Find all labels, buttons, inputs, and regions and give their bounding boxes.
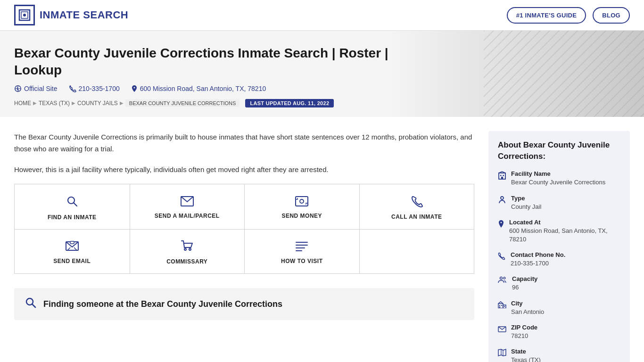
sidebar-location: Located At 600 Mission Road, San Antonio… [498, 219, 620, 244]
svg-rect-15 [70, 241, 74, 244]
sidebar-location-label: Located At [509, 219, 620, 226]
svg-point-32 [504, 277, 505, 279]
hero-address: 600 Mission Road, San Antonio, TX, 78210 [131, 85, 266, 92]
action-find-inmate-label: FIND AN INMATE [48, 214, 97, 221]
breadcrumb-sep-2: ▶ [72, 100, 75, 106]
action-commissary-label: COMMISSARY [166, 258, 207, 265]
blog-button[interactable]: BLOG [593, 7, 630, 24]
phone-icon [411, 195, 423, 209]
description-section: The Bexar County Juvenile Corrections is… [14, 131, 474, 176]
svg-point-7 [300, 199, 304, 203]
svg-rect-38 [504, 306, 505, 307]
mail-icon [181, 196, 194, 208]
sidebar-zip: ZIP Code 78210 [498, 324, 620, 340]
sidebar-phone-label: Contact Phone No. [511, 251, 565, 258]
svg-point-31 [500, 277, 503, 280]
action-send-money[interactable]: SEND MONEY [244, 184, 359, 229]
sidebar-card: About Bexar County Juvenile Corrections:… [488, 131, 630, 362]
money-icon [295, 196, 308, 208]
cart-icon [181, 240, 194, 254]
sidebar-city-label: City [511, 300, 544, 307]
people-icon [498, 276, 507, 286]
hero-address-text: 600 Mission Road, San Antonio, TX, 78210 [140, 85, 266, 92]
site-header: INMATE SEARCH #1 INMATE'S GUIDE BLOG [0, 0, 644, 31]
sidebar-facility-name-value: Bexar County Juvenile Corrections [511, 178, 605, 187]
svg-marker-40 [498, 349, 506, 356]
svg-rect-27 [501, 177, 503, 179]
guide-button[interactable]: #1 INMATE'S GUIDE [507, 7, 586, 24]
logo-icon [14, 5, 35, 25]
sidebar-phone: Contact Phone No. 210-335-1700 [498, 251, 620, 268]
logo-text: INMATE SEARCH [40, 9, 128, 21]
breadcrumb-sep-3: ▶ [120, 100, 124, 106]
official-site-link[interactable]: Official Site [14, 85, 58, 92]
svg-rect-37 [499, 306, 500, 308]
sidebar-state-value: Texas (TX) [511, 356, 541, 362]
main-content: The Bexar County Juvenile Corrections is… [14, 131, 474, 362]
building-icon [498, 171, 506, 182]
svg-rect-26 [503, 175, 504, 176]
svg-rect-6 [296, 197, 308, 206]
sidebar: About Bexar County Juvenile Corrections:… [488, 131, 630, 362]
sidebar-capacity: Capacity 96 [498, 275, 620, 292]
header-nav: #1 INMATE'S GUIDE BLOG [507, 7, 630, 24]
svg-rect-25 [500, 175, 502, 176]
svg-rect-33 [498, 304, 503, 308]
page-title: Bexar County Juvenile Corrections Inmate… [14, 45, 391, 79]
city-icon [498, 301, 506, 311]
svg-point-30 [501, 197, 504, 199]
sidebar-type-label: Type [511, 195, 541, 202]
breadcrumb-state[interactable]: TEXAS (TX) [39, 100, 70, 107]
action-grid-filler [359, 230, 474, 273]
breadcrumb-sep-1: ▶ [33, 100, 37, 106]
action-call-inmate-label: CALL AN INMATE [391, 214, 442, 220]
action-grid-row2: SEND EMAIL COMMISSARY [15, 229, 474, 273]
description-para2: However, this is a jail facility where t… [14, 164, 474, 176]
svg-point-16 [184, 248, 186, 250]
sidebar-type-value: County Jail [511, 203, 541, 211]
description-para1: The Bexar County Juvenile Corrections is… [14, 131, 474, 155]
svg-rect-36 [501, 305, 502, 306]
pin-icon [498, 220, 504, 230]
sidebar-zip-value: 78210 [511, 332, 537, 340]
sidebar-zip-label: ZIP Code [511, 324, 537, 331]
sidebar-city-value: San Antonio [511, 308, 544, 316]
breadcrumb-county-jails[interactable]: COUNTY JAILS [77, 100, 118, 107]
search-banner-text: Finding someone at the Bexar County Juve… [43, 299, 282, 309]
action-call-inmate[interactable]: CALL AN INMATE [359, 184, 474, 229]
action-commissary[interactable]: COMMISSARY [130, 230, 245, 273]
action-send-mail[interactable]: SEND A MAIL/PARCEL [130, 184, 245, 229]
main-layout: The Bexar County Juvenile Corrections is… [0, 117, 644, 362]
sidebar-facility-name-label: Facility Name [511, 170, 605, 177]
sidebar-type: Type County Jail [498, 195, 620, 211]
sidebar-state: State Texas (TX) [498, 348, 620, 362]
action-send-email-label: SEND EMAIL [53, 258, 91, 264]
sidebar-title: About Bexar County Juvenile Corrections: [498, 140, 620, 162]
search-banner-icon [25, 296, 37, 312]
svg-line-23 [33, 304, 36, 308]
breadcrumb-updated: LAST UPDATED AUG. 11, 2022 [245, 99, 334, 107]
hero-phone[interactable]: 210-335-1700 [69, 85, 120, 92]
sidebar-capacity-value: 96 [512, 283, 537, 292]
svg-rect-35 [499, 305, 500, 306]
sidebar-phone-value: 210-335-1700 [511, 259, 565, 268]
map-icon [498, 349, 506, 359]
action-how-to-visit[interactable]: HOW TO VISIT [244, 230, 359, 273]
official-site-label: Official Site [24, 85, 58, 92]
action-grid-row1: FIND AN INMATE SEND A MAIL/PARCEL [15, 184, 474, 229]
sidebar-city: City San Antonio [498, 300, 620, 316]
zip-icon [498, 325, 506, 335]
action-send-email[interactable]: SEND EMAIL [15, 230, 130, 273]
hero-phone-number: 210-335-1700 [79, 85, 120, 92]
svg-line-4 [74, 203, 77, 206]
hero-section: Bexar County Juvenile Corrections Inmate… [0, 31, 644, 117]
breadcrumb-home[interactable]: HOME [14, 100, 31, 107]
svg-point-2 [23, 14, 26, 16]
site-logo[interactable]: INMATE SEARCH [14, 5, 128, 25]
list-icon [295, 240, 308, 253]
person-icon [498, 196, 506, 206]
svg-point-17 [189, 248, 191, 250]
search-banner[interactable]: Finding someone at the Bexar County Juve… [14, 288, 474, 320]
action-send-mail-label: SEND A MAIL/PARCEL [155, 213, 220, 219]
action-find-inmate[interactable]: FIND AN INMATE [15, 184, 130, 229]
